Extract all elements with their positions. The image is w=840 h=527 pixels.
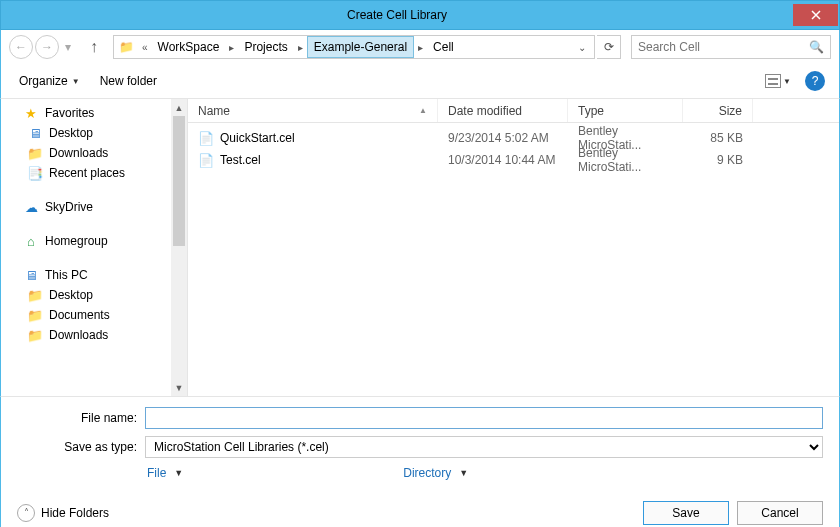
column-header-date[interactable]: Date modified — [438, 99, 568, 122]
tree-favorites[interactable]: ★ Favorites — [9, 103, 171, 123]
tree-label: Favorites — [45, 106, 94, 120]
scroll-up-button[interactable]: ▲ — [171, 99, 187, 116]
tree-label: Documents — [49, 308, 110, 322]
chevron-up-icon: ˄ — [17, 504, 35, 522]
breadcrumb-workspace[interactable]: WorkSpace — [152, 36, 226, 58]
tree-label: Recent places — [49, 166, 125, 180]
file-list-header: Name ▲ Date modified Type Size — [188, 99, 839, 123]
recent-icon: 📑 — [27, 165, 43, 181]
view-button[interactable]: ▼ — [761, 72, 795, 90]
search-input[interactable] — [638, 40, 809, 54]
star-icon: ★ — [23, 105, 39, 121]
scroll-down-button[interactable]: ▼ — [171, 379, 187, 396]
file-name-label: File name: — [17, 411, 137, 425]
file-name: Test.cel — [220, 153, 261, 167]
search-icon: 🔍 — [809, 40, 824, 54]
column-header-size[interactable]: Size — [683, 99, 753, 122]
tree-pc-downloads[interactable]: 📁 Downloads — [9, 325, 171, 345]
chevron-down-icon: ▼ — [72, 77, 80, 86]
tree-downloads[interactable]: 📁 Downloads — [9, 143, 171, 163]
tree-desktop[interactable]: 🖥 Desktop — [9, 123, 171, 143]
up-button[interactable]: ↑ — [83, 36, 105, 58]
file-size: 9 KB — [683, 153, 753, 167]
save-button[interactable]: Save — [643, 501, 729, 525]
file-rows: 📄 QuickStart.cel 9/23/2014 5:02 AM Bentl… — [188, 123, 839, 396]
hide-folders-button[interactable]: ˄ Hide Folders — [17, 504, 109, 522]
sort-indicator-icon: ▲ — [419, 106, 427, 115]
nav-tree: ★ Favorites 🖥 Desktop 📁 Downloads 📑 Rece… — [1, 99, 171, 396]
close-icon — [811, 10, 821, 20]
breadcrumb-chevron[interactable]: ▸ — [294, 36, 307, 58]
file-name-input[interactable] — [145, 407, 823, 429]
file-name: QuickStart.cel — [220, 131, 295, 145]
breadcrumb-example-general[interactable]: Example-General — [307, 36, 414, 58]
close-button[interactable] — [793, 4, 838, 26]
chevron-down-icon: ▼ — [459, 468, 468, 478]
tree-label: SkyDrive — [45, 200, 93, 214]
view-icon — [765, 74, 781, 88]
scroll-track[interactable] — [171, 116, 187, 379]
save-type-label: Save as type: — [17, 440, 137, 454]
form-area: File name: Save as type: MicroStation Ce… — [0, 396, 840, 490]
tree-skydrive[interactable]: ☁ SkyDrive — [9, 197, 171, 217]
save-type-select[interactable]: MicroStation Cell Libraries (*.cel) — [145, 436, 823, 458]
breadcrumb-projects[interactable]: Projects — [238, 36, 293, 58]
scroll-thumb[interactable] — [173, 116, 185, 246]
chevron-down-icon: ▼ — [783, 77, 791, 86]
file-row[interactable]: 📄 QuickStart.cel 9/23/2014 5:02 AM Bentl… — [188, 127, 839, 149]
back-button[interactable]: ← — [9, 35, 33, 59]
address-dropdown-button[interactable]: ⌄ — [570, 42, 594, 53]
forward-button[interactable]: → — [35, 35, 59, 59]
main-area: ★ Favorites 🖥 Desktop 📁 Downloads 📑 Rece… — [0, 98, 840, 396]
file-date: 9/23/2014 5:02 AM — [438, 131, 568, 145]
breadcrumb-cell[interactable]: Cell — [427, 36, 460, 58]
directory-menu-link[interactable]: Directory ▼ — [403, 466, 468, 480]
file-list-area: Name ▲ Date modified Type Size 📄 QuickSt… — [188, 99, 839, 396]
cancel-button[interactable]: Cancel — [737, 501, 823, 525]
breadcrumb-chevron[interactable]: ▸ — [414, 36, 427, 58]
cloud-icon: ☁ — [23, 199, 39, 215]
file-icon: 📄 — [198, 130, 214, 146]
homegroup-icon: ⌂ — [23, 233, 39, 249]
tree-pc-documents[interactable]: 📁 Documents — [9, 305, 171, 325]
history-dropdown-button[interactable]: ▾ — [61, 35, 75, 59]
tree-homegroup[interactable]: ⌂ Homegroup — [9, 231, 171, 251]
addressbar[interactable]: 📁 « WorkSpace ▸ Projects ▸ Example-Gener… — [113, 35, 595, 59]
organize-button[interactable]: Organize ▼ — [9, 70, 90, 92]
window-title: Create Cell Library — [1, 8, 793, 22]
folder-icon: 📁 — [27, 287, 43, 303]
chevron-down-icon: ▼ — [174, 468, 183, 478]
toolbar: Organize ▼ New folder ▼ ? — [0, 64, 840, 98]
pc-icon: 🖥 — [23, 267, 39, 283]
tree-label: Desktop — [49, 126, 93, 140]
tree-scrollbar[interactable]: ▲ ▼ — [171, 99, 188, 396]
folder-icon: 📁 — [27, 327, 43, 343]
refresh-button[interactable]: ⟳ — [597, 35, 621, 59]
organize-label: Organize — [19, 74, 68, 88]
tree-label: This PC — [45, 268, 88, 282]
hide-folders-label: Hide Folders — [41, 506, 109, 520]
column-header-name[interactable]: Name ▲ — [188, 99, 438, 122]
new-folder-button[interactable]: New folder — [90, 70, 167, 92]
desktop-icon: 🖥 — [27, 125, 43, 141]
file-menu-link[interactable]: File ▼ — [147, 466, 183, 480]
tree-pc-desktop[interactable]: 📁 Desktop — [9, 285, 171, 305]
tree-label: Downloads — [49, 328, 108, 342]
breadcrumb-chevron[interactable]: ▸ — [225, 36, 238, 58]
column-header-type[interactable]: Type — [568, 99, 683, 122]
folder-icon: 📁 — [27, 307, 43, 323]
tree-label: Homegroup — [45, 234, 108, 248]
tree-label: Downloads — [49, 146, 108, 160]
tree-label: Desktop — [49, 288, 93, 302]
file-date: 10/3/2014 10:44 AM — [438, 153, 568, 167]
file-row[interactable]: 📄 Test.cel 10/3/2014 10:44 AM Bentley Mi… — [188, 149, 839, 171]
file-type: Bentley MicroStati... — [568, 146, 683, 174]
tree-thispc[interactable]: 🖥 This PC — [9, 265, 171, 285]
breadcrumb-chevron[interactable]: « — [138, 36, 152, 58]
folder-icon: 📁 — [27, 145, 43, 161]
folder-icon: 📁 — [116, 37, 136, 57]
tree-recent-places[interactable]: 📑 Recent places — [9, 163, 171, 183]
file-icon: 📄 — [198, 152, 214, 168]
help-button[interactable]: ? — [805, 71, 825, 91]
searchbox[interactable]: 🔍 — [631, 35, 831, 59]
